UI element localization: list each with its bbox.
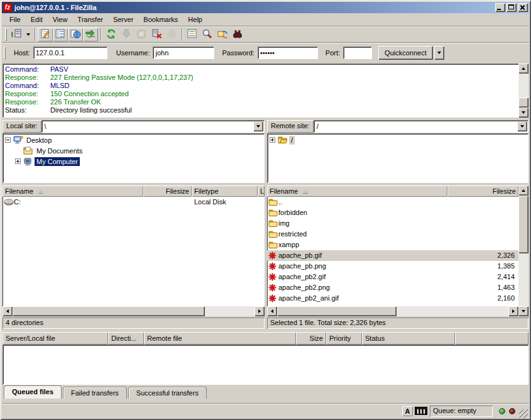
message-log-scrollbar[interactable] [518, 64, 528, 118]
column-header-filename[interactable]: Filename [3, 185, 143, 197]
file-row-apache-pb2-ani-gif[interactable]: apache_pb2_ani.gif2,160 [267, 293, 518, 304]
log-line-label: Response: [5, 90, 50, 98]
expander-minus-icon[interactable] [5, 137, 11, 143]
scrollbar-thumb[interactable] [518, 97, 528, 108]
toggle-message-log-icon [40, 28, 51, 41]
data-type-indicator-icon[interactable]: A [402, 406, 413, 416]
filter-button[interactable] [200, 28, 215, 41]
file-row-apache-pb2-png[interactable]: apache_pb2.png1,463 [267, 282, 518, 293]
menu-bookmarks[interactable]: Bookmarks [138, 14, 183, 25]
quickconnect-dropdown-button[interactable] [434, 46, 444, 60]
remote-site-dropdown-button[interactable] [517, 121, 527, 131]
queue-column-direction[interactable]: Directi... [108, 332, 144, 345]
scroll-right-button[interactable] [508, 306, 518, 316]
file-row-apache-pb2-gif[interactable]: apache_pb2.gif2,414 [267, 272, 518, 282]
disconnect-button[interactable] [149, 28, 164, 41]
scroll-right-button[interactable] [255, 306, 265, 316]
tree-item-label: / [289, 136, 295, 145]
tree-item-desktop[interactable]: Desktop [4, 135, 263, 145]
local-site-combobox[interactable]: \ [41, 120, 265, 133]
scrollbar-thumb[interactable] [277, 306, 397, 316]
toggle-local-tree-button[interactable] [53, 28, 68, 41]
local-site-dropdown-button[interactable] [253, 121, 263, 131]
file-row-apache-pb-gif[interactable]: apache_pb.gif2,326 [267, 250, 518, 261]
menu-help[interactable]: Help [183, 14, 207, 25]
local-horizontal-scrollbar[interactable] [3, 306, 265, 316]
chevron-down-icon [520, 125, 524, 128]
site-manager-dropdown-button[interactable] [24, 28, 32, 41]
file-name-cell: forbidden [267, 207, 447, 218]
tree-item-item[interactable]: / [268, 135, 527, 145]
scroll-down-button[interactable] [518, 108, 528, 118]
file-row-restricted[interactable]: restricted [267, 229, 518, 240]
queue-column-server-local-file[interactable]: Server/Local file [3, 332, 108, 345]
expander-plus-icon[interactable] [15, 158, 21, 164]
queue-column-status[interactable]: Status [362, 332, 455, 345]
file-row-xampp[interactable]: xampp [267, 240, 518, 250]
expander-plus-icon[interactable] [270, 137, 275, 143]
menu-edit[interactable]: Edit [26, 14, 48, 25]
scroll-up-button[interactable] [518, 64, 528, 74]
queue-column-remote-file[interactable]: Remote file [144, 332, 296, 345]
column-header-filetype[interactable]: Filetype [192, 185, 258, 197]
site-manager-button[interactable] [9, 28, 24, 41]
find-files-icon [232, 28, 243, 41]
scroll-down-button[interactable] [518, 306, 528, 316]
password-input[interactable] [258, 47, 318, 59]
speed-limits-icon[interactable] [415, 407, 427, 415]
menu-view[interactable]: View [48, 14, 73, 25]
queue-list[interactable] [3, 345, 528, 385]
app-icon: fz [3, 3, 12, 12]
toolbar-grip [4, 47, 6, 59]
toggle-remote-tree-button[interactable] [68, 28, 83, 41]
resize-grip[interactable] [519, 409, 528, 418]
menu-transfer[interactable]: Transfer [72, 14, 108, 25]
toggle-local-tree-icon [55, 28, 66, 41]
file-row-img[interactable]: img [267, 218, 518, 229]
maximize-button[interactable] [506, 3, 517, 12]
column-header-filename[interactable]: Filename [267, 185, 447, 197]
quickconnect-button[interactable]: Quickconnect [378, 46, 433, 60]
port-input[interactable] [343, 47, 372, 59]
scroll-left-button[interactable] [3, 306, 13, 316]
column-header-lastmodified[interactable]: L [258, 185, 265, 197]
scroll-left-button[interactable] [267, 306, 277, 316]
find-files-button[interactable] [230, 28, 245, 41]
username-input[interactable] [153, 47, 214, 59]
image-icon [267, 262, 278, 270]
remote-horizontal-scrollbar[interactable] [267, 306, 518, 316]
minimize-button[interactable] [495, 3, 505, 12]
file-size-cell [447, 229, 518, 240]
image-icon [267, 251, 278, 260]
directory-comparison-button[interactable] [185, 28, 200, 41]
column-header-filesize[interactable]: Filesize [447, 185, 518, 197]
toggle-message-log-button[interactable] [38, 28, 53, 41]
scrollbar-thumb[interactable] [518, 196, 528, 253]
toolbar-separator [35, 28, 35, 41]
file-row-c[interactable]: C:Local Disk [3, 197, 265, 207]
file-size-cell: 1,463 [447, 282, 518, 293]
menu-file[interactable]: File [4, 14, 26, 25]
remote-vertical-scrollbar[interactable] [518, 185, 528, 316]
toolbar [2, 26, 529, 42]
scroll-up-button[interactable] [518, 185, 528, 196]
tab-queued-files[interactable]: Queued files [4, 385, 62, 399]
refresh-button[interactable] [104, 28, 119, 41]
host-input[interactable] [33, 47, 107, 59]
close-button[interactable] [518, 3, 528, 12]
file-row-apache-pb-png[interactable]: apache_pb.png1,385 [267, 261, 518, 272]
file-row-forbidden[interactable]: forbidden [267, 207, 518, 218]
tab-successful-transfers[interactable]: Successful transfers [128, 387, 207, 399]
tree-item-my-documents[interactable]: My Documents [4, 145, 263, 156]
scrollbar-thumb[interactable] [13, 306, 205, 316]
remote-site-combobox[interactable]: / [314, 120, 528, 133]
column-header-filesize[interactable]: Filesize [143, 185, 192, 197]
menu-server[interactable]: Server [108, 14, 138, 25]
tab-failed-transfers[interactable]: Failed transfers [63, 387, 127, 399]
file-row-item[interactable]: .. [267, 197, 518, 207]
synchronized-browsing-button[interactable] [215, 28, 230, 41]
toggle-transfer-queue-button[interactable] [83, 28, 98, 41]
tree-item-my-computer[interactable]: My Computer [4, 156, 263, 167]
queue-column-size[interactable]: Size [296, 332, 326, 345]
queue-column-priority[interactable]: Priority [326, 332, 362, 345]
